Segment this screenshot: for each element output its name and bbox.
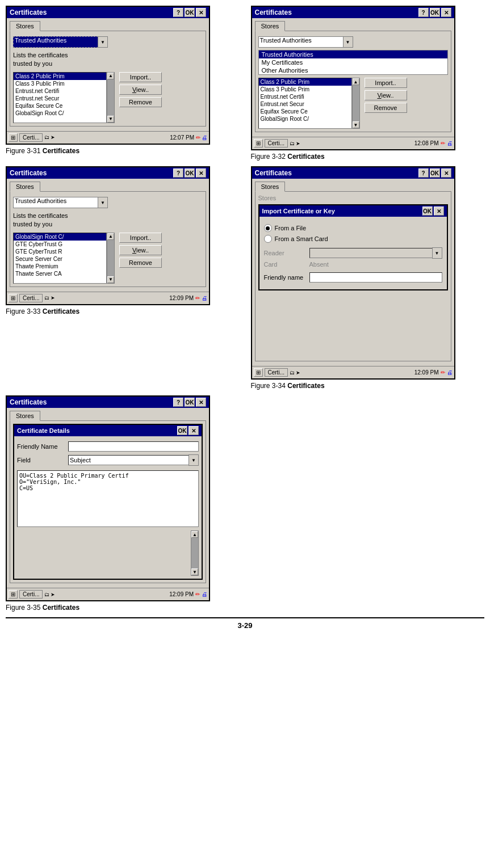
fig32-cert-item-0[interactable]: Class 2 Public Prim [259,78,351,86]
fig31-ok-btn[interactable]: OK [185,8,195,17]
fig33-remove-btn[interactable]: Remove [119,258,162,268]
fig34-taskbar-app[interactable]: Certi... [265,368,288,377]
fig34-radio1-btn[interactable] [264,224,272,232]
fig31-cert-item-4[interactable]: Equifax Secure Ce [14,102,106,109]
fig32-list-item-0[interactable]: Trusted Authorities [259,50,447,58]
fig32-import-btn[interactable]: Import.. [365,78,407,88]
fig33-cert-item-3[interactable]: Secure Server Cer [14,255,106,263]
fig34-stores-tab[interactable]: Stores [255,182,286,192]
fig31-dropdown[interactable]: Trusted Authorities [13,36,98,48]
fig32-ok-btn[interactable]: OK [430,8,440,17]
fig34-reader-input[interactable] [309,248,433,258]
fig35-content-textarea[interactable]: OU=Class 2 Public Primary Certif O="Veri… [17,470,199,527]
fig31-cert-item-0[interactable]: Class 2 Public Prim [14,73,106,80]
fig35-help-btn[interactable]: ? [173,398,183,407]
fig32-title: Certificates [255,9,292,16]
fig33-dropdown-arrow[interactable]: ▼ [98,197,108,208]
fig35-scroll-down[interactable]: ▼ [191,568,198,575]
fig33-cert-item-4[interactable]: Thawte Premium [14,263,106,270]
fig32-remove-btn[interactable]: Remove [365,103,407,113]
fig34-friendly-input[interactable] [309,272,442,283]
fig32-dropdown-arrow[interactable]: ▼ [343,36,353,48]
fig31-taskbar-app[interactable]: Certi... [19,133,43,142]
fig32-dropdown[interactable]: Trusted Authorities [258,36,344,48]
fig33-scroll-up[interactable]: ▲ [107,233,114,240]
fig33-taskbar-app[interactable]: Certi... [19,294,43,302]
fig35-details-close-btn[interactable]: ✕ [189,426,199,435]
fig31-start-btn[interactable]: ⊞ [9,133,18,142]
fig32-cert-item-5[interactable]: GlobalSign Root C/ [259,115,351,123]
fig35-stores-tab[interactable]: Stores [10,411,40,421]
fig34-start-btn[interactable]: ⊞ [254,368,263,377]
fig32-list-item-1[interactable]: My Certificates [259,58,447,66]
fig31-close-btn[interactable]: ✕ [196,8,206,17]
fig33-scrollbar[interactable]: ▲ ▼ [107,233,115,284]
fig32-stores-tab[interactable]: Stores [255,21,286,31]
fig33-scroll-down[interactable]: ▼ [107,276,114,283]
fig33-cert-item-2[interactable]: GTE CyberTrust R [14,248,106,255]
fig31-scrollbar[interactable]: ▲ ▼ [107,72,115,123]
fig31-stores-tab[interactable]: Stores [10,21,40,31]
fig31-cert-item-5[interactable]: GlobalSign Root C/ [14,109,106,117]
fig33-import-btn[interactable]: Import.. [119,233,162,243]
fig32-scroll-up[interactable]: ▲ [353,78,359,85]
fig33-help-btn[interactable]: ? [173,168,183,178]
fig34-radio1-label: From a File [275,225,307,231]
fig32-titlebar-buttons: ? OK ✕ [418,8,451,17]
fig32-close-btn[interactable]: ✕ [441,8,451,17]
fig32-scroll-track [353,85,359,121]
fig34-import-ok-btn[interactable]: OK [422,207,433,216]
fig32-help-btn[interactable]: ? [418,8,429,17]
fig33-close-btn[interactable]: ✕ [196,168,206,178]
fig35-details-ok-btn[interactable]: OK [177,426,187,435]
fig35-scrollbar[interactable]: ▲ ▼ [191,530,199,576]
fig31-cert-area: Class 2 Public Prim Class 3 Public Prim … [13,72,203,123]
fig35-close-btn[interactable]: ✕ [196,398,206,407]
fig31-cert-item-1[interactable]: Class 3 Public Prim [14,80,106,87]
fig32-scroll-down[interactable]: ▼ [353,121,359,128]
fig32-start-btn[interactable]: ⊞ [254,139,263,148]
fig35-ok-btn[interactable]: OK [185,398,195,407]
fig34-reader-arrow[interactable]: ▼ [432,247,442,259]
fig31-nav-arrow: ➤ [51,134,55,140]
fig33-view-btn[interactable]: View.. [119,245,162,255]
fig35-start-btn[interactable]: ⊞ [9,590,18,599]
fig34-ok-btn[interactable]: OK [430,168,440,178]
fig35-titlebar-buttons: ? OK ✕ [173,398,206,407]
fig35-scroll-up[interactable]: ▲ [191,531,198,538]
fig33-start-btn[interactable]: ⊞ [9,294,18,302]
fig35-field-arrow[interactable]: ▼ [189,454,199,466]
fig32-cert-item-4[interactable]: Equifax Secure Ce [259,108,351,115]
fig31-scroll-down[interactable]: ▼ [107,116,114,123]
fig33-cert-item-5[interactable]: Thawte Server CA [14,270,106,277]
fig32-caption-label: Certificates [287,153,324,161]
fig33-cert-item-0[interactable]: GlobalSign Root C/ [14,233,106,241]
fig31-view-btn[interactable]: View.. [119,85,162,95]
fig32-taskbar-app[interactable]: Certi... [265,139,288,148]
fig31-scroll-up[interactable]: ▲ [107,73,114,79]
fig32-view-btn[interactable]: View.. [365,90,407,100]
fig31-cert-item-2[interactable]: Entrust.net Certifi [14,87,106,95]
fig32-cert-item-2[interactable]: Entrust.net Certifi [259,93,351,100]
fig35-taskbar-app[interactable]: Certi... [19,590,43,599]
fig32-scrollbar[interactable]: ▲ ▼ [352,78,360,129]
fig31-dropdown-arrow[interactable]: ▼ [98,36,108,48]
fig32-list-item-2[interactable]: Other Authorities [259,66,447,74]
fig32-cert-item-3[interactable]: Entrust.net Secur [259,100,351,108]
fig34-close-btn[interactable]: ✕ [441,168,451,178]
fig33-dropdown[interactable]: Trusted Authorities [13,197,98,208]
fig34-card-label: Card [264,261,309,268]
fig31-remove-btn[interactable]: Remove [119,97,162,107]
fig35-field-value[interactable]: Subject [68,455,189,465]
fig31-cert-item-3[interactable]: Entrust.net Secur [14,95,106,102]
fig32-cert-item-1[interactable]: Class 3 Public Prim [259,86,351,93]
fig34-help-btn[interactable]: ? [418,168,429,178]
fig33-stores-tab[interactable]: Stores [10,182,40,192]
fig33-cert-item-1[interactable]: GTE CyberTrust G [14,241,106,248]
fig34-radio2-btn[interactable] [264,235,272,243]
fig31-help-btn[interactable]: ? [173,8,183,17]
fig35-friendly-input[interactable] [68,441,199,452]
fig34-import-close-btn[interactable]: ✕ [434,207,444,216]
fig31-import-btn[interactable]: Import.. [119,72,162,82]
fig33-ok-btn[interactable]: OK [185,168,195,178]
